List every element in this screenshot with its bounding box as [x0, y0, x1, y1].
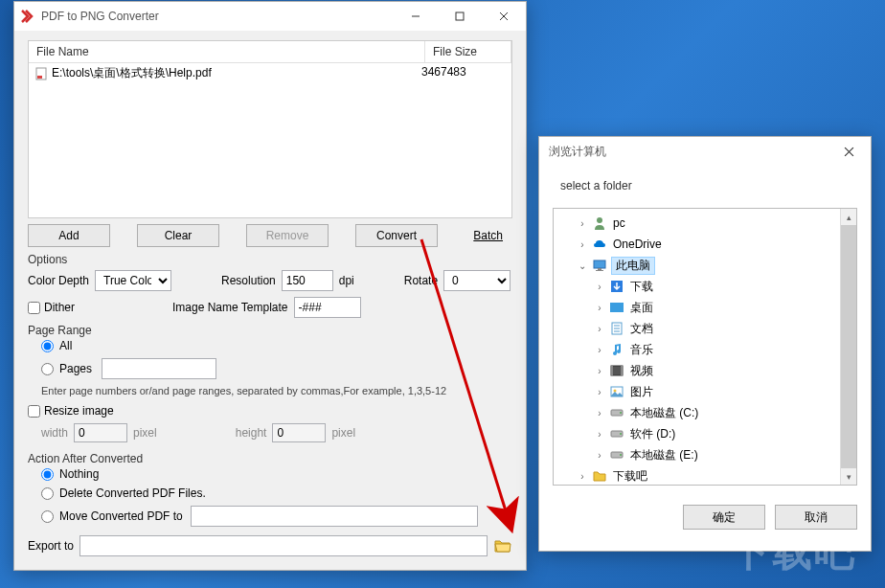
expander-icon[interactable]: › [594, 428, 605, 440]
folder-icon [592, 468, 607, 484]
action-move[interactable]: Move Converted PDF to [41, 506, 512, 527]
svg-point-26 [620, 433, 622, 435]
svg-rect-20 [621, 366, 623, 375]
resolution-input[interactable] [282, 270, 333, 291]
browse-folder-button[interactable] [493, 536, 512, 555]
scroll-down-icon[interactable]: ▾ [841, 468, 856, 485]
cloud-icon [592, 237, 607, 252]
video-icon [609, 363, 624, 378]
tree-item[interactable]: ›本地磁盘 (E:) [554, 444, 840, 465]
image-name-template-input[interactable] [294, 297, 361, 318]
export-path-input[interactable] [79, 535, 488, 556]
tree-item[interactable]: ›软件 (D:) [554, 423, 840, 444]
expander-icon[interactable]: › [577, 217, 588, 229]
tree-item[interactable]: ›本地磁盘 (C:) [554, 402, 840, 423]
rotate-label: Rotate [404, 274, 438, 287]
expander-icon[interactable]: › [594, 449, 605, 461]
action-nothing[interactable]: Nothing [41, 467, 512, 481]
browse-prompt: select a folder [560, 179, 857, 192]
svg-rect-13 [610, 303, 624, 312]
tree-item-label: 此电脑 [611, 257, 655, 275]
remove-button[interactable]: Remove [246, 224, 329, 247]
page-range-pages[interactable]: Pages [41, 358, 512, 379]
col-filesize[interactable]: File Size [425, 41, 511, 62]
width-label: width [41, 426, 68, 440]
svg-rect-5 [37, 76, 42, 79]
color-depth-select[interactable]: True Colors [95, 270, 171, 291]
svg-point-28 [620, 454, 622, 456]
tree-item[interactable]: ›pc [554, 213, 840, 234]
expander-icon[interactable]: › [594, 281, 605, 292]
svg-rect-19 [611, 366, 613, 375]
tree-item[interactable]: ›视频 [554, 360, 840, 381]
add-button[interactable]: Add [28, 224, 110, 247]
batch-link[interactable]: Batch [473, 229, 503, 242]
col-filename[interactable]: File Name [29, 41, 425, 62]
browse-dialog: 浏览计算机 select a folder ›pc›OneDrive⌄此电脑›下… [538, 136, 872, 552]
expander-icon[interactable]: › [594, 323, 605, 334]
pdf-icon [34, 67, 48, 80]
tree-item-label: 本地磁盘 (E:) [628, 446, 700, 464]
action-after-label: Action After Converted [28, 452, 512, 465]
action-delete[interactable]: Delete Converted PDF Files. [41, 486, 512, 500]
move-path-input[interactable] [191, 506, 478, 527]
svg-rect-9 [594, 260, 605, 268]
scrollbar[interactable]: ▴ ▾ [840, 209, 856, 485]
expander-icon[interactable]: › [594, 302, 605, 313]
svg-rect-10 [598, 268, 601, 270]
user-icon [592, 215, 607, 231]
file-list[interactable]: File Name File Size E:\tools\桌面\格式转换\Hel… [28, 40, 512, 218]
tree-item-label: 视频 [628, 362, 655, 380]
tree-item[interactable]: ›图片 [554, 381, 840, 402]
expander-icon[interactable]: › [594, 344, 605, 355]
app-icon [20, 9, 35, 24]
tree-item[interactable]: ›桌面 [554, 297, 840, 318]
pages-input[interactable] [102, 358, 216, 379]
tree-item[interactable]: ⌄此电脑 [554, 255, 840, 276]
browse-close-button[interactable] [827, 137, 871, 166]
tree-item[interactable]: ›OneDrive [554, 234, 840, 255]
minimize-button[interactable] [394, 2, 438, 31]
folder-tree[interactable]: ›pc›OneDrive⌄此电脑›下载›桌面›文档›音乐›视频›图片›本地磁盘 … [553, 208, 857, 486]
options-label: Options [28, 253, 512, 266]
browse-titlebar: 浏览计算机 [539, 137, 871, 166]
page-range-label: Page Range [28, 324, 512, 337]
tree-item-label: 桌面 [628, 299, 655, 317]
file-size: 3467483 [420, 65, 506, 81]
tree-item-label: 软件 (D:) [628, 425, 677, 443]
rotate-select[interactable]: 0 [443, 270, 511, 291]
maximize-button[interactable] [438, 2, 482, 31]
export-label: Export to [28, 539, 74, 553]
tree-item[interactable]: ›文档 [554, 318, 840, 339]
watermark: 下载吧 [730, 525, 856, 578]
tree-item-label: 文档 [628, 320, 655, 338]
expander-icon[interactable]: ⌄ [577, 260, 588, 271]
drive-icon [609, 426, 624, 441]
dither-checkbox[interactable]: Dither [28, 301, 75, 314]
scroll-up-icon[interactable]: ▴ [841, 209, 856, 225]
expander-icon[interactable]: › [577, 470, 588, 482]
drive-icon [609, 447, 624, 463]
width-input[interactable] [74, 423, 127, 442]
tree-item-label: 图片 [628, 383, 655, 401]
resize-checkbox[interactable]: Resize image [28, 404, 512, 418]
clear-button[interactable]: Clear [137, 224, 219, 247]
pic-icon [609, 384, 624, 399]
desk-icon [609, 300, 624, 315]
browse-title: 浏览计算机 [545, 144, 827, 160]
expander-icon[interactable]: › [594, 365, 605, 376]
expander-icon[interactable]: › [594, 407, 605, 418]
page-range-all[interactable]: All [41, 339, 512, 352]
height-input[interactable] [272, 423, 326, 442]
convert-button[interactable]: Convert [355, 224, 438, 247]
music-icon [609, 342, 624, 357]
expander-icon[interactable]: › [594, 386, 605, 397]
close-button[interactable] [482, 2, 526, 31]
pc-icon [592, 258, 607, 273]
tree-item[interactable]: ›下载 [554, 276, 840, 297]
main-window: PDF to PNG Converter File Name File Size… [13, 1, 527, 571]
expander-icon[interactable]: › [577, 238, 588, 250]
tree-item[interactable]: ›音乐 [554, 339, 840, 360]
tree-item[interactable]: ›下载吧 [554, 465, 840, 485]
file-row[interactable]: E:\tools\桌面\格式转换\Help.pdf 3467483 [29, 63, 511, 83]
